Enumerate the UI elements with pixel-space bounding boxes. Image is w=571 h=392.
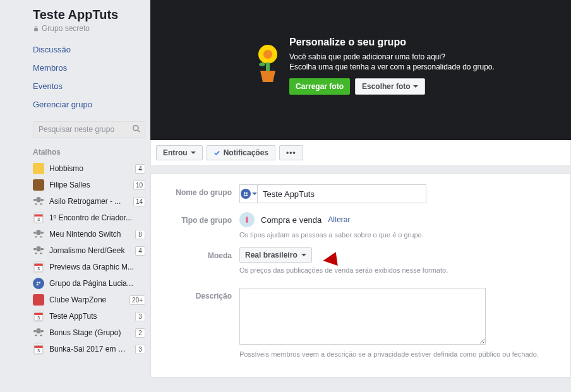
svg-point-37 <box>263 50 272 59</box>
cover-text: Você sabia que pode adicionar uma foto a… <box>289 52 552 72</box>
shortcut-label: Bonus Stage (Grupo) <box>49 328 130 337</box>
currency-select[interactable]: Real brasileiro <box>239 247 312 263</box>
choose-photo-button[interactable]: Escolher foto <box>355 78 425 95</box>
shortcut-label: Jornalismo Nerd/Geek <box>49 246 130 255</box>
svg-point-40 <box>244 193 246 194</box>
type-change-link[interactable]: Alterar <box>328 215 350 224</box>
shortcut-item[interactable]: 3Previews da Graphic M... <box>33 259 145 275</box>
shortcut-badge: 2 <box>135 328 145 338</box>
svg-rect-16 <box>40 248 44 250</box>
svg-point-39 <box>259 62 265 66</box>
svg-rect-5 <box>35 203 37 205</box>
svg-text:3: 3 <box>37 348 40 353</box>
svg-rect-19 <box>40 252 42 254</box>
svg-text:3: 3 <box>37 217 40 222</box>
lock-icon <box>33 25 39 32</box>
shortcut-label: Asilo Retrogamer - ... <box>49 197 128 206</box>
search-input[interactable] <box>33 121 145 138</box>
svg-rect-15 <box>33 248 37 250</box>
currency-label: Moeda <box>162 247 239 260</box>
shortcut-icon <box>33 179 44 191</box>
nav-item-membros[interactable]: Membros <box>33 59 145 77</box>
svg-line-1 <box>138 130 140 133</box>
shortcut-badge: 8 <box>135 230 145 239</box>
shortcut-item[interactable]: Asilo Retrogamer - ...14 <box>33 193 145 210</box>
shortcut-label: 1º Encontro de Criador... <box>49 213 145 222</box>
shortcut-label: Previews da Graphic M... <box>49 263 145 271</box>
svg-rect-30 <box>37 328 41 333</box>
svg-rect-29 <box>40 330 44 332</box>
chevron-down-icon <box>252 193 257 195</box>
nav-item-gerenciar[interactable]: Gerenciar grupo <box>33 95 145 114</box>
group-icon-picker[interactable] <box>240 185 258 203</box>
shortcut-badge: 3 <box>135 312 145 321</box>
shortcut-label: Filipe Salles <box>49 181 128 189</box>
shortcut-label: Hobbismo <box>49 164 130 173</box>
chevron-down-icon <box>191 151 196 154</box>
group-privacy-text: Grupo secreto <box>42 24 90 33</box>
svg-rect-28 <box>33 330 37 332</box>
shortcut-item[interactable]: Clube WarpZone20+ <box>33 292 145 308</box>
shortcut-icon: 3 <box>33 212 44 223</box>
desc-label: Descrição <box>162 288 239 300</box>
flower-icon <box>251 42 284 85</box>
shortcut-item[interactable]: 3Teste AppTuts3 <box>33 308 145 324</box>
shortcut-icon: 3 <box>33 343 44 355</box>
nav-item-discussao[interactable]: Discussão <box>33 40 145 59</box>
svg-rect-14 <box>40 236 42 237</box>
shortcut-icon <box>33 245 44 256</box>
shortcut-icon <box>33 294 44 306</box>
shortcut-badge: 14 <box>133 197 145 206</box>
shortcut-icon: 3 <box>33 261 44 273</box>
shortcut-item[interactable]: Filipe Salles10 <box>33 177 145 193</box>
type-help: Os tipos ajudam as pessoas a saber sobre… <box>239 231 559 239</box>
shortcut-item[interactable]: Grupo da Página Lucia... <box>33 275 145 292</box>
shortcut-item[interactable]: Jornalismo Nerd/Geek4 <box>33 242 145 259</box>
shortcut-icon <box>33 327 44 338</box>
shortcut-badge: 3 <box>135 345 145 354</box>
shortcut-icon <box>33 163 44 174</box>
shortcut-badge: 4 <box>135 246 145 256</box>
svg-rect-3 <box>40 199 44 201</box>
joined-button[interactable]: Entrou <box>156 145 203 160</box>
svg-point-41 <box>246 193 248 194</box>
shortcut-item[interactable]: 31º Encontro de Criador... <box>33 210 145 226</box>
shortcut-icon <box>33 229 44 240</box>
shortcut-item[interactable]: 3Bunka-Sai 2017 em Pet...3 <box>33 341 145 357</box>
notifications-button[interactable]: Notificações <box>207 145 275 160</box>
shortcut-icon <box>33 196 44 207</box>
shortcut-item[interactable]: Hobbismo4 <box>33 160 145 177</box>
shortcuts-list: Hobbismo4Filipe Salles10Asilo Retrogamer… <box>33 160 145 357</box>
upload-photo-button[interactable]: Carregar foto <box>289 78 350 95</box>
svg-rect-31 <box>35 335 37 336</box>
nav-list: Discussão Membros Eventos Gerenciar grup… <box>33 40 145 114</box>
group-icon <box>241 189 251 199</box>
shortcut-label: Meu Nintendo Switch <box>49 230 130 239</box>
description-input[interactable] <box>239 288 486 345</box>
desc-help: Possíveis membros veem a descrição se a … <box>239 350 559 358</box>
svg-text:3: 3 <box>37 266 40 271</box>
shortcut-item[interactable]: Bonus Stage (Grupo)2 <box>33 324 145 341</box>
more-button[interactable]: ••• <box>279 145 303 160</box>
group-name-input[interactable] <box>258 186 426 202</box>
shortcut-label: Teste AppTuts <box>49 312 130 321</box>
search-icon[interactable] <box>132 124 141 135</box>
shortcut-item[interactable]: Meu Nintendo Switch8 <box>33 226 145 242</box>
svg-point-24 <box>39 282 40 284</box>
shortcut-label: Bunka-Sai 2017 em Pet... <box>49 345 130 353</box>
shortcut-badge: 20+ <box>129 295 145 305</box>
svg-rect-11 <box>40 232 44 234</box>
name-label: Nome do grupo <box>162 184 239 197</box>
svg-rect-38 <box>266 62 270 71</box>
svg-point-23 <box>37 282 39 284</box>
shortcut-badge: 4 <box>135 164 145 174</box>
svg-text:3: 3 <box>37 315 40 321</box>
shortcut-badge: 10 <box>133 181 145 190</box>
group-title: Teste AppTuts <box>33 8 145 22</box>
shortcut-icon: 3 <box>33 311 44 322</box>
settings-card: Nome do grupo Tipo de grupo <box>150 174 571 377</box>
svg-rect-13 <box>35 236 37 237</box>
shortcut-label: Clube WarpZone <box>49 295 124 304</box>
svg-rect-4 <box>37 197 41 202</box>
nav-item-eventos[interactable]: Eventos <box>33 77 145 95</box>
